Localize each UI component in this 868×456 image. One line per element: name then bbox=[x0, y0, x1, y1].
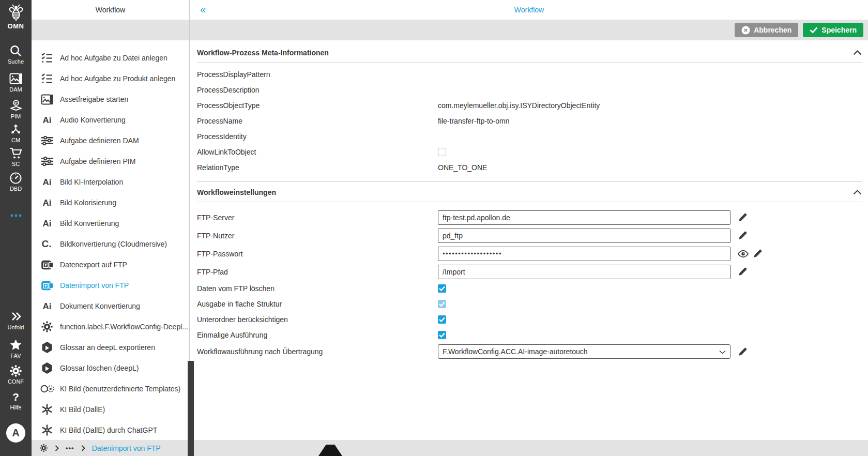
sidebar-item-label: DAM bbox=[9, 86, 22, 93]
workflow-item-label: KI Bild (DallE) bbox=[60, 405, 105, 414]
ai-icon: Ai bbox=[39, 176, 55, 188]
workflow-item-assetfreigabe-starten[interactable]: Assetfreigabe starten bbox=[32, 89, 189, 110]
sidebar-item-label: CONF bbox=[8, 378, 24, 385]
ftp-nutzer-input[interactable] bbox=[438, 229, 730, 243]
workflow-item-ki-bild-benutzerdefinierte-templates[interactable]: KI Bild (benutzerdefinierte Templates) bbox=[32, 378, 189, 399]
workflow-item-ki-bild-dalle[interactable]: KI Bild (DallE) bbox=[32, 399, 189, 420]
user-avatar[interactable]: A bbox=[6, 423, 25, 443]
panel-header: Workflow bbox=[32, 0, 189, 20]
workflow-item-label: Bild Kolorisierung bbox=[60, 199, 116, 207]
workflow-item-audio-konvertierung[interactable]: AiAudio Konvertierung bbox=[32, 110, 189, 130]
chevron-up-icon bbox=[853, 50, 862, 55]
form-row: Unterordner berücksichtigen bbox=[197, 312, 862, 327]
collapse-section-button[interactable] bbox=[852, 48, 862, 58]
panel-scrollbar-thumb[interactable] bbox=[188, 361, 194, 456]
edit-ftp-server-button[interactable] bbox=[738, 212, 748, 222]
daten-vom-ftp-l-schen-checkbox[interactable] bbox=[438, 284, 446, 293]
more-dots-icon bbox=[9, 209, 23, 222]
workflow-item-ad-hoc-aufgabe-zu-produkt-anlegen[interactable]: Ad hoc Aufgabe zu Produkt anlegen bbox=[32, 68, 189, 89]
sidebar-item-cm[interactable]: CM bbox=[0, 123, 32, 143]
reveal-password-button[interactable] bbox=[738, 250, 749, 258]
save-button[interactable]: Speichern bbox=[803, 23, 863, 37]
sidebar-item-dbd[interactable]: DBD bbox=[0, 172, 32, 192]
workflow-item-label: Assetfreigabe starten bbox=[60, 95, 128, 103]
form-content: Workflow-Prozess Meta-Informationen Proc… bbox=[190, 40, 868, 360]
form-row: FTP-Pfad bbox=[197, 263, 862, 281]
pencil-icon bbox=[738, 267, 748, 277]
breadcrumb-more-button[interactable]: ••• bbox=[66, 444, 74, 452]
workflow-list-panel: Workflow Ad hoc Aufgabe zu Datei anlegen… bbox=[32, 0, 190, 440]
ausgabe-in-flache-struktur-checkbox[interactable] bbox=[438, 300, 446, 308]
tasklist-icon bbox=[39, 72, 55, 85]
workflow-item-function-label-f-workflowconfig-deepl[interactable]: function.label.F.WorkflowConfig-Deepl... bbox=[32, 316, 189, 337]
einmalige-ausf-hrung-checkbox[interactable] bbox=[438, 331, 446, 339]
section-title: Workflow-Prozess Meta-Informationen bbox=[197, 49, 329, 57]
cancel-button[interactable]: Abbrechen bbox=[735, 23, 798, 37]
edit-ftp-pfad-button[interactable] bbox=[738, 267, 748, 277]
search-icon bbox=[9, 44, 22, 57]
star-icon bbox=[9, 339, 22, 351]
form-row: AllowLinkToObject bbox=[197, 144, 862, 160]
cart-icon bbox=[9, 147, 23, 159]
ftp-server-input[interactable] bbox=[438, 210, 730, 225]
edit-ftp-nutzer-button[interactable] bbox=[738, 231, 748, 240]
sidebar-item-conf[interactable]: CONF bbox=[0, 364, 32, 385]
workflow-list: Ad hoc Aufgabe zu Datei anlegenAd hoc Au… bbox=[32, 40, 189, 440]
sidebar-more-button[interactable] bbox=[0, 209, 32, 223]
form-row: Workflowausführung nach ÜbertragungF.Wor… bbox=[197, 343, 862, 360]
form-row: ProcessObjectTypecom.meylemueller.obj.is… bbox=[197, 98, 862, 113]
sidebar-item-dam[interactable]: DAM bbox=[0, 72, 32, 93]
sidebar-item-sc[interactable]: SC bbox=[0, 147, 32, 167]
workflow-item-label: Ad hoc Aufgabe zu Datei anlegen bbox=[60, 54, 167, 62]
edit-ftp-passwort-button[interactable] bbox=[753, 249, 763, 259]
field-label: ProcessDescription bbox=[197, 86, 438, 94]
chevron-right-icon bbox=[81, 445, 85, 451]
workflow-item-datenimport-von-ftp[interactable]: Datenimport von FTP bbox=[32, 275, 189, 296]
sidebar-item-unfold[interactable]: Unfold bbox=[0, 310, 32, 330]
workflow-item-aufgabe-definieren-pim[interactable]: Aufgabe definieren PIM bbox=[32, 151, 189, 172]
workflow-item-glossar-l-schen-deepl[interactable]: Glossar löschen (deepL) bbox=[32, 358, 189, 378]
workflow-item-datenexport-auf-ftp[interactable]: Datenexport auf FTP bbox=[32, 254, 189, 275]
workflow-item-label: Datenimport von FTP bbox=[60, 281, 129, 290]
import-ftp-icon bbox=[39, 280, 55, 291]
omn-logo[interactable]: OMN bbox=[0, 3, 32, 30]
sidebar-item-hilfe[interactable]: ?Hilfe bbox=[0, 390, 32, 411]
workflow-item-bild-konvertierung[interactable]: AiBild Konvertierung bbox=[32, 213, 189, 234]
unterordner-ber-cksichtigen-checkbox[interactable] bbox=[438, 315, 446, 324]
form-row: Daten vom FTP löschen bbox=[197, 281, 862, 296]
workflow-item-label: Dokument Konvertierung bbox=[60, 302, 140, 310]
ftp-passwort-input[interactable] bbox=[438, 247, 730, 261]
breadcrumb-current-link[interactable]: Datenimport von FTP bbox=[92, 444, 161, 452]
sidebar-item-suche[interactable]: Suche bbox=[0, 44, 32, 65]
workflow-item-bild-kolorisierung[interactable]: AiBild Kolorisierung bbox=[32, 192, 189, 213]
workflow-item-ad-hoc-aufgabe-zu-datei-anlegen[interactable]: Ad hoc Aufgabe zu Datei anlegen bbox=[32, 48, 189, 68]
form-row: Einmalige Ausführung bbox=[197, 327, 862, 343]
ftp-pfad-input[interactable] bbox=[438, 265, 730, 279]
form-section: Workflow-Prozess Meta-Informationen Proc… bbox=[197, 40, 862, 175]
workflowausf-hrung-nach-bertragung-select[interactable]: F.WorkflowConfig.ACC.AI-image-autoretouc… bbox=[438, 344, 730, 359]
edit-workflowausf-hrung-nach-bertragung-button[interactable] bbox=[738, 347, 748, 357]
workflow-item-bildkonvertierung-cloudmersive[interactable]: C.Bildkonvertierung (Cloudmersive) bbox=[32, 234, 189, 254]
field-label: Workflowausführung nach Übertragung bbox=[197, 347, 438, 356]
sidebar-item-pim[interactable]: PPIM bbox=[0, 99, 32, 119]
workflow-item-dokument-konvertierung[interactable]: AiDokument Konvertierung bbox=[32, 296, 189, 316]
sidebar-item-fav[interactable]: FAV bbox=[0, 339, 32, 359]
workflow-item-bild-ki-interpolation[interactable]: AiBild KI-Interpolation bbox=[32, 172, 189, 192]
svg-text:Ai: Ai bbox=[43, 177, 52, 187]
allowlinktoobject-checkbox[interactable] bbox=[438, 148, 446, 156]
collapse-section-button[interactable] bbox=[852, 187, 862, 197]
field-label: FTP-Nutzer bbox=[197, 232, 438, 240]
field-value: file-transfer-ftp-to-omn bbox=[438, 117, 509, 125]
process-gear-icon[interactable] bbox=[39, 444, 48, 452]
eye-icon bbox=[738, 250, 749, 258]
cm-icon bbox=[9, 123, 22, 135]
workflow-item-aufgabe-definieren-dam[interactable]: Aufgabe definieren DAM bbox=[32, 130, 189, 151]
workflow-item-glossar-an-deepl-exportieren[interactable]: Glossar an deepL exportieren bbox=[32, 337, 189, 358]
check-icon bbox=[810, 27, 818, 33]
workflow-item-ki-bild-dalle-durch-chatgpt[interactable]: KI Bild (DallE) durch ChatGPT bbox=[32, 420, 189, 440]
logo-label: OMN bbox=[8, 22, 24, 30]
pencil-icon bbox=[753, 249, 763, 259]
field-label: RelationType bbox=[197, 163, 438, 172]
chevron-right-icon bbox=[55, 445, 59, 451]
field-value: ONE_TO_ONE bbox=[438, 163, 487, 172]
